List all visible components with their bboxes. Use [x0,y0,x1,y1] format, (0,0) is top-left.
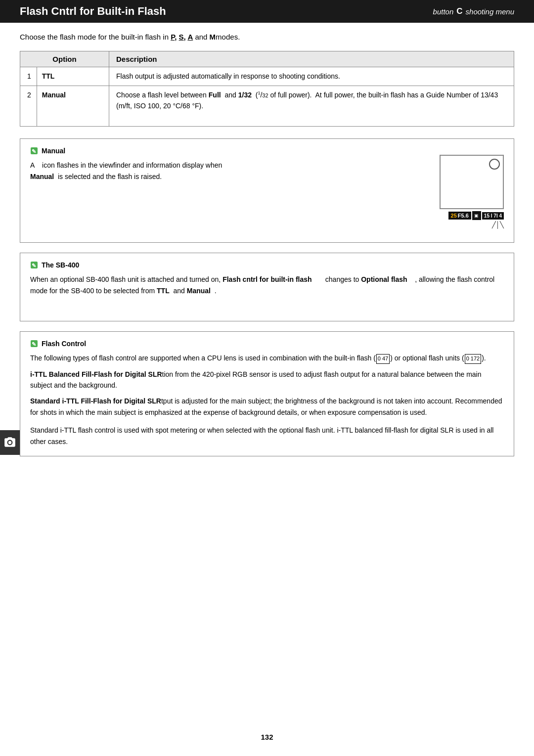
note-manual-title: Manual [42,147,65,155]
header-bar: Flash Cntrl for Built-in Flash button C … [0,0,534,23]
vf-25: 25 [451,213,457,219]
header-right: button C shooting menu [433,6,514,16]
intro-modes: P, S, A [171,33,193,41]
note-sb400-title: The SB-400 [42,261,79,269]
standard-ittl-bold: Standard i-TTL Fill-Flash for Digital SL… [30,397,161,405]
note-flashcontrol-footer: Standard i-TTL flash control is used wit… [30,425,504,447]
intro-text-before: Choose the flash mode for the built-in f… [20,33,171,41]
ittl-balanced-bold: i-TTL Balanced Fill-Flash for Digital SL… [30,370,162,378]
page-number: 132 [261,733,273,741]
note-manual-line2: is selected and the flash is raised. [54,173,162,180]
viewfinder-area: 25 F5.6 ▣ 15 I 7I 4 ╱│╲ [440,155,504,228]
pencil-icon: ✎ [30,147,38,155]
camera-svg [3,436,16,449]
note-manual-box: ✎ Manual 25 F5.6 ▣ [20,138,514,243]
main-content: Choose the flash mode for the built-in f… [0,32,534,486]
svg-point-6 [8,441,12,445]
note-sb400-flash-bold: Flash cntrl for built-in flash [222,275,312,283]
note-flashcontrol-title: Flash Control [42,340,86,348]
note-manual-bold: Manual [30,173,54,180]
note-manual-line1: A icon flashes in the viewfinder and inf… [30,161,222,169]
vf-middle-icon: ▣ [474,213,479,218]
intro-m: M [210,33,216,41]
note-flashcontrol-header: ✎ Flash Control [30,340,504,348]
note-manual-body: 25 F5.6 ▣ 15 I 7I 4 ╱│╲ [30,160,504,233]
vf-arrows-icon: ╱│╲ [492,221,504,228]
pencil-icon-fc: ✎ [30,340,38,348]
table-cell-desc-1: Flash output is adjusted automatically i… [109,67,514,86]
vf-right-text: 15 I 7I 4 [484,213,502,219]
note-flashcontrol-box: ✎ Flash Control The following types of f… [20,331,514,456]
vf-middle-block: ▣ [472,211,481,220]
note-sb400-optional-bold: Optional flash [361,275,407,283]
note-sb400-body: When an optional SB-400 flash unit is at… [30,274,504,296]
vf-arrows-area: ╱│╲ [440,221,504,228]
note-manual-header: ✎ Manual [30,147,504,155]
viewfinder-circle [489,159,500,170]
table-cell-num-2: 2 [20,86,37,127]
table-cell-option-2: Manual [37,86,109,127]
intro-end: modes. [216,33,240,41]
table-header-description: Description [109,51,514,67]
ref-172: 0 172 [465,354,482,364]
header-c-icon: C [456,6,462,16]
header-menu-label: shooting menu [466,7,514,16]
note-sb400-ttl: TTL [157,287,170,295]
pencil-icon-sb400: ✎ [30,261,38,269]
vf-display-left: 25 F5.6 [448,212,471,220]
table-cell-desc-2: Choose a flash level between Full and 1/… [109,86,514,127]
page-title: Flash Cntrl for Built-in Flash [20,5,166,18]
note-flashcontrol-body2: i-TTL Balanced Fill-Flash for Digital SL… [30,369,504,391]
note-flashcontrol-body1: The following types of flash control are… [30,353,504,364]
svg-text:✎: ✎ [32,341,36,347]
ref-47: 0 47 [376,354,390,364]
note-sb400-manual: Manual [187,287,211,295]
note-sb400-header: ✎ The SB-400 [30,261,504,269]
viewfinder-box [440,155,504,209]
table-cell-option-1: TTL [37,67,109,86]
header-button-label: button [433,7,454,16]
table-row: 2 Manual Choose a flash level between Fu… [20,86,514,127]
intro-and: and [193,33,209,41]
vf-f56: F5.6 [458,213,469,219]
svg-text:✎: ✎ [32,148,36,154]
table-row: 1 TTL Flash output is adjusted automatic… [20,67,514,86]
note-flashcontrol-body3: Standard i-TTL Fill-Flash for Digital SL… [30,396,504,418]
note-manual-text: A icon flashes in the viewfinder and inf… [30,160,504,182]
table-cell-num-1: 1 [20,67,37,86]
table-header-option: Option [20,51,109,67]
vf-display-right: 15 I 7I 4 [482,212,504,220]
note-sb400-box: ✎ The SB-400 When an optional SB-400 fla… [20,253,514,321]
page: Flash Cntrl for Built-in Flash button C … [0,0,534,756]
intro-paragraph: Choose the flash mode for the built-in f… [20,32,514,43]
options-table: Option Description 1 TTL Flash output is… [20,51,514,127]
sidebar-camera-icon [0,430,20,455]
svg-text:✎: ✎ [32,263,36,268]
